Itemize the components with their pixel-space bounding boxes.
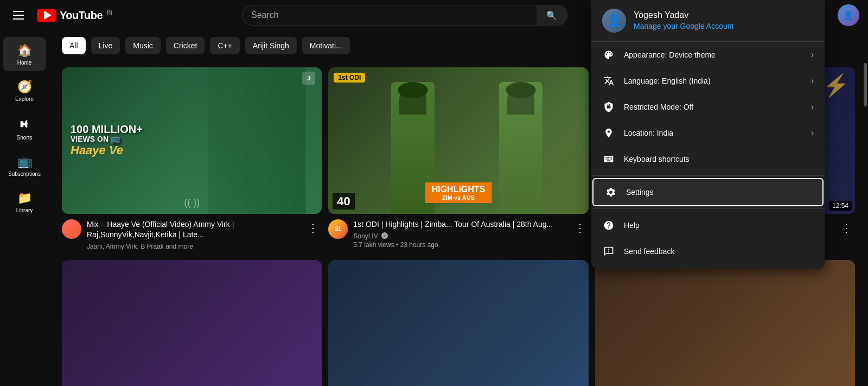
dropdown-divider-1 [591,175,825,176]
restricted-icon [602,100,615,113]
keyboard-label: Keyboard shortcuts [624,155,814,163]
feedback-icon [602,245,615,258]
restricted-chevron: › [811,102,814,112]
keyboard-icon [602,153,615,166]
appearance-label: Appearance: Device theme [624,50,802,59]
dropdown-divider-2 [591,208,825,209]
user-name: Yogesh Yadav [634,10,733,20]
dropdown-item-restricted[interactable]: Restricted Mode: Off › [591,94,825,120]
feedback-label: Send feedback [624,247,814,256]
location-label: Location: India [624,129,802,137]
help-icon [602,219,615,232]
user-info: Yogesh Yadav Manage your Google Account [634,10,733,31]
settings-icon [604,186,617,199]
dropdown-item-settings[interactable]: Settings [593,179,822,205]
dropdown-item-keyboard[interactable]: Keyboard shortcuts [591,146,825,172]
language-icon [602,74,615,87]
location-icon [602,126,615,140]
dropdown-item-feedback[interactable]: Send feedback [591,238,825,264]
dropdown-item-appearance[interactable]: Appearance: Device theme › [591,42,825,68]
location-chevron: › [811,128,814,138]
dropdown-item-location[interactable]: Location: India › [591,120,825,146]
dropdown-item-help[interactable]: Help [591,212,825,238]
dropdown-item-language[interactable]: Language: English (India) › [591,68,825,94]
dropdown-menu: 👤 Yogesh Yadav Manage your Google Accoun… [591,0,825,269]
appearance-icon [602,48,615,61]
manage-account-link[interactable]: Manage your Google Account [634,22,733,30]
settings-label: Settings [626,188,812,197]
language-chevron: › [811,76,814,86]
help-label: Help [624,221,814,230]
language-label: Language: English (India) [624,77,802,85]
dropdown-header: 👤 Yogesh Yadav Manage your Google Accoun… [591,0,825,42]
dropdown-user-avatar: 👤 [602,9,626,33]
appearance-chevron: › [811,50,814,60]
restricted-label: Restricted Mode: Off [624,103,802,111]
